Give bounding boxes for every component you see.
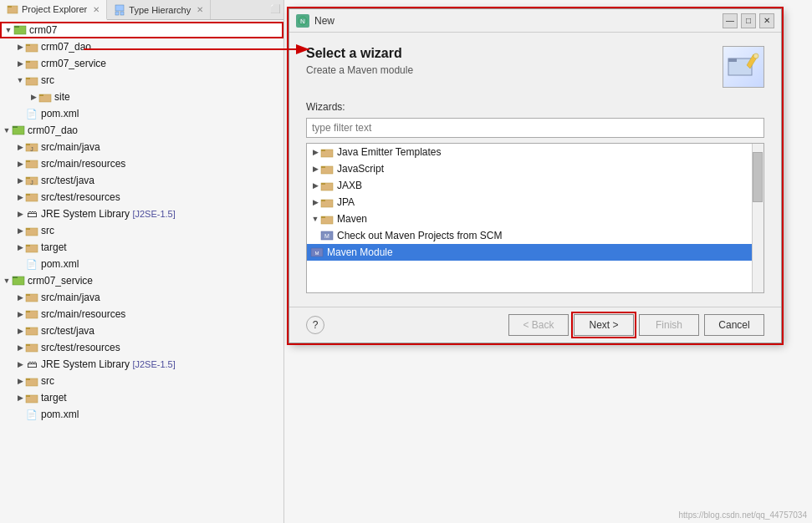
dialog-maximize-button[interactable]: □	[741, 13, 756, 28]
toggle-src-main-java2[interactable]: ▶	[15, 292, 25, 302]
tree-item-src-test-java[interactable]: ▶ J src/test/java	[0, 172, 283, 189]
wizard-label-java-emitter: Java Emitter Templates	[337, 146, 442, 158]
tree-label-src: src	[41, 74, 54, 86]
tree-item-src-svc[interactable]: ▶ src	[0, 373, 283, 389]
toggle-crm07[interactable]: ▼	[3, 25, 13, 35]
folder-icon-maven	[320, 213, 334, 225]
svg-rect-10	[26, 61, 30, 63]
tab-type-hierarchy-close[interactable]: ✕	[197, 5, 203, 14]
wizard-item-maven[interactable]: ▼ Maven	[307, 211, 763, 227]
src-folder-icon-2	[25, 158, 38, 170]
tree-item-pom-svc[interactable]: ▶ 📄 pom.xml	[0, 406, 283, 423]
wizard-item-jpa[interactable]: ▶ JPA	[307, 194, 763, 211]
tree-item-pom-dao[interactable]: ▶ 📄 pom.xml	[0, 256, 283, 272]
tree-item-crm07service[interactable]: ▼ crm07_service	[0, 272, 283, 289]
toggle-site[interactable]: ▶	[28, 92, 38, 102]
tree-item-src-main-res2[interactable]: ▶ src/main/resources	[0, 306, 283, 322]
wizard-list-scrollbar[interactable]	[752, 144, 763, 292]
svg-rect-44	[26, 395, 30, 397]
svg-text:J: J	[30, 146, 33, 152]
tree-item-target-svc[interactable]: ▶ target	[0, 389, 283, 406]
toggle-src-test-res[interactable]: ▶	[15, 192, 25, 202]
tree-item-src-main-java2[interactable]: ▶ src/main/java	[0, 289, 283, 306]
tree-label-src-test-res2: src/test/resources	[41, 342, 120, 353]
dialog-close-button[interactable]: ✕	[759, 13, 774, 28]
tree-label-src-main-res: src/main/resources	[41, 158, 125, 170]
panel-collapse-button[interactable]: ⬜	[268, 2, 282, 15]
tab-type-hierarchy[interactable]: Type Hierarchy ✕	[107, 0, 211, 19]
toggle-src-main-res2[interactable]: ▶	[15, 309, 25, 319]
tree-item-site[interactable]: ▶ site	[0, 89, 283, 105]
toggle-src-svc[interactable]: ▶	[15, 376, 25, 386]
tab-project-explorer[interactable]: Project Explorer ✕	[0, 0, 107, 20]
wizard-item-java-emitter[interactable]: ▶ Java Emitter Templates	[307, 144, 763, 160]
toggle-src-test-java2[interactable]: ▶	[15, 326, 25, 336]
toggle-maven[interactable]: ▼	[310, 215, 320, 223]
toggle-crm07dao-ref[interactable]: ▶	[15, 42, 25, 52]
project-icon-crm07service	[12, 275, 25, 287]
svg-rect-50	[728, 58, 737, 62]
tree-item-src[interactable]: ▼ src	[0, 72, 283, 89]
toggle-src-dao[interactable]: ▶	[15, 226, 25, 236]
svg-text:N: N	[300, 18, 305, 25]
toggle-jre-dao[interactable]: ▶	[15, 209, 25, 219]
tree-item-src-test-java2[interactable]: ▶ src/test/java	[0, 322, 283, 339]
dialog-titlebar: N New — □ ✕	[289, 9, 781, 33]
toggle-jre-svc[interactable]: ▶	[15, 359, 25, 369]
folder-icon-javascript	[320, 163, 334, 175]
tree-label-target-svc: target	[41, 392, 67, 404]
next-button[interactable]: Next >	[574, 314, 634, 336]
toggle-java-emitter[interactable]: ▶	[310, 148, 320, 156]
wizard-label-jaxb: JAXB	[337, 180, 362, 191]
tree-item-src-main-resources[interactable]: ▶ src/main/resources	[0, 155, 283, 172]
finish-button[interactable]: Finish	[639, 314, 699, 336]
wizard-item-maven-module[interactable]: M Maven Module	[307, 244, 763, 261]
cancel-button[interactable]: Cancel	[704, 314, 764, 336]
tree-item-src-test-res2[interactable]: ▶ src/test/resources	[0, 339, 283, 356]
maven-icon-maven-module: M	[310, 246, 324, 258]
tree-item-jre-dao[interactable]: ▶ 🗃 JRE System Library [J2SE-1.5]	[0, 206, 283, 222]
toggle-src-test-res2[interactable]: ▶	[15, 343, 25, 353]
toggle-target-svc[interactable]: ▶	[15, 393, 25, 403]
tree-item-crm07dao[interactable]: ▼ crm07_dao	[0, 122, 283, 139]
help-button[interactable]: ?	[306, 316, 324, 334]
tree-label-src-test-java: src/test/java	[41, 175, 94, 186]
svg-rect-26	[26, 194, 30, 195]
toggle-jaxb[interactable]: ▶	[310, 181, 320, 190]
tree-item-crm07service-ref[interactable]: ▶ crm07_service	[0, 55, 283, 72]
toggle-crm07dao[interactable]: ▼	[2, 125, 12, 135]
toggle-javascript[interactable]: ▶	[310, 165, 320, 173]
dialog-minimize-button[interactable]: —	[723, 13, 738, 28]
toggle-src-main-res[interactable]: ▶	[15, 159, 25, 169]
folder-icon-crm07service-ref	[25, 58, 38, 69]
svg-rect-40	[26, 344, 30, 346]
wizard-list: ▶ Java Emitter Templates ▶ JavaScript	[306, 143, 764, 293]
tree-item-crm07dao-ref[interactable]: ▶ crm07_dao	[0, 38, 283, 55]
tree-label-pom1: pom.xml	[41, 108, 79, 119]
tree-item-pom1[interactable]: ▶ 📄 pom.xml	[0, 105, 283, 122]
back-button[interactable]: < Back	[508, 314, 569, 336]
toggle-crm07service[interactable]: ▼	[2, 276, 12, 286]
toggle-target-dao[interactable]: ▶	[15, 242, 25, 252]
toggle-crm07service-ref[interactable]: ▶	[15, 58, 25, 69]
src-folder-icon-1: J	[25, 141, 38, 153]
tree-item-crm07[interactable]: ▼ crm07	[0, 22, 283, 38]
tree-item-src-dao[interactable]: ▶ src	[0, 222, 283, 239]
svg-rect-12	[26, 78, 30, 79]
svg-text:M: M	[315, 251, 319, 256]
wizard-filter-input[interactable]	[306, 118, 764, 138]
tree-item-jre-svc[interactable]: ▶ 🗃 JRE System Library [J2SE-1.5]	[0, 356, 283, 373]
scrollbar-thumb[interactable]	[753, 152, 763, 202]
toggle-jpa[interactable]: ▶	[310, 198, 320, 206]
tree-item-src-test-res[interactable]: ▶ src/test/resources	[0, 189, 283, 206]
wizard-item-checkout-scm[interactable]: M Check out Maven Projects from SCM	[307, 227, 763, 244]
tab-close-icon[interactable]: ✕	[93, 5, 100, 14]
wizard-item-javascript[interactable]: ▶ JavaScript	[307, 160, 763, 177]
wizard-item-jaxb[interactable]: ▶ JAXB	[307, 177, 763, 194]
tree-item-src-main-java[interactable]: ▶ J src/main/java	[0, 139, 283, 155]
tree-label-src-svc: src	[41, 375, 54, 387]
toggle-src-test-java[interactable]: ▶	[15, 175, 25, 185]
toggle-src-main-java[interactable]: ▶	[15, 142, 25, 152]
toggle-src[interactable]: ▼	[15, 75, 25, 85]
tree-item-target-dao[interactable]: ▶ target	[0, 239, 283, 256]
